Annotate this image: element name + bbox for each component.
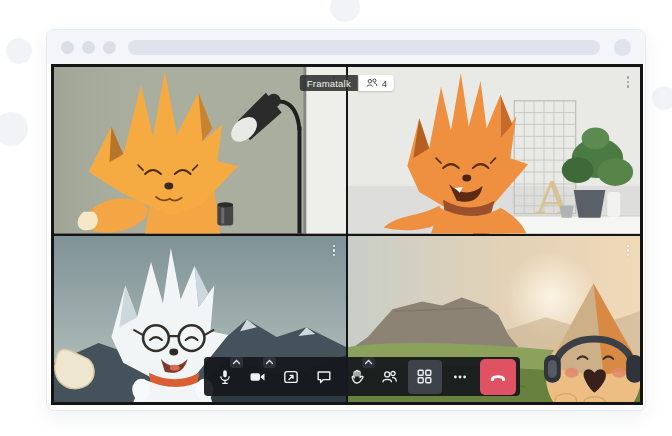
participants-icon xyxy=(381,369,398,385)
chevron-up-icon xyxy=(364,359,373,365)
browser-window: Framatalk 4 xyxy=(46,29,646,411)
raise-hand-options-chevron[interactable] xyxy=(362,357,375,368)
decor-circle xyxy=(6,38,32,64)
hangup-button[interactable] xyxy=(480,359,516,395)
camera-options-chevron[interactable] xyxy=(263,357,276,368)
video-grid: Framatalk 4 xyxy=(51,64,643,405)
chevron-up-icon xyxy=(232,359,241,365)
camera-button[interactable] xyxy=(243,362,273,392)
tile-menu-button[interactable] xyxy=(621,241,635,261)
screen-share-button[interactable] xyxy=(276,362,306,392)
room-name-label: Framatalk xyxy=(300,75,358,91)
window-control-dot[interactable] xyxy=(61,41,74,54)
tile-view-icon xyxy=(416,368,433,385)
window-control-dot[interactable] xyxy=(82,41,95,54)
microphone-button[interactable] xyxy=(210,362,240,392)
screen-share-icon xyxy=(283,369,299,385)
camera-icon xyxy=(249,369,266,385)
participant-count: 4 xyxy=(382,78,387,89)
more-options-button[interactable] xyxy=(445,362,475,392)
tile-menu-button[interactable] xyxy=(327,241,341,261)
browser-avatar-circle[interactable] xyxy=(614,39,631,56)
participants-icon xyxy=(366,78,378,88)
decor-circle xyxy=(330,0,360,22)
raise-hand-button[interactable] xyxy=(342,362,372,392)
page-background: Framatalk 4 xyxy=(0,0,672,436)
browser-chrome-bar xyxy=(47,30,645,64)
chat-icon xyxy=(316,369,332,385)
tile1-illustration xyxy=(54,67,346,234)
chat-button[interactable] xyxy=(309,362,339,392)
video-tile-top-left[interactable] xyxy=(54,67,346,234)
decor-circle xyxy=(0,112,28,146)
participant-count-badge: 4 xyxy=(359,75,394,91)
chevron-up-icon xyxy=(265,359,274,365)
conference-header: Framatalk 4 xyxy=(300,75,394,91)
decor-circle xyxy=(652,86,672,110)
microphone-icon xyxy=(217,369,233,385)
video-tile-top-right[interactable]: A xyxy=(348,67,640,234)
more-options-icon xyxy=(452,369,468,385)
address-bar[interactable] xyxy=(128,40,600,55)
microphone-options-chevron[interactable] xyxy=(230,357,243,368)
tile2-illustration: A xyxy=(348,67,640,234)
participants-button[interactable] xyxy=(375,362,405,392)
raise-hand-icon xyxy=(349,369,365,385)
tile-menu-button[interactable] xyxy=(621,72,635,92)
conference-toolbar xyxy=(204,357,520,396)
tile-view-button[interactable] xyxy=(408,360,442,394)
window-control-dot[interactable] xyxy=(103,41,116,54)
hangup-icon xyxy=(489,369,507,385)
